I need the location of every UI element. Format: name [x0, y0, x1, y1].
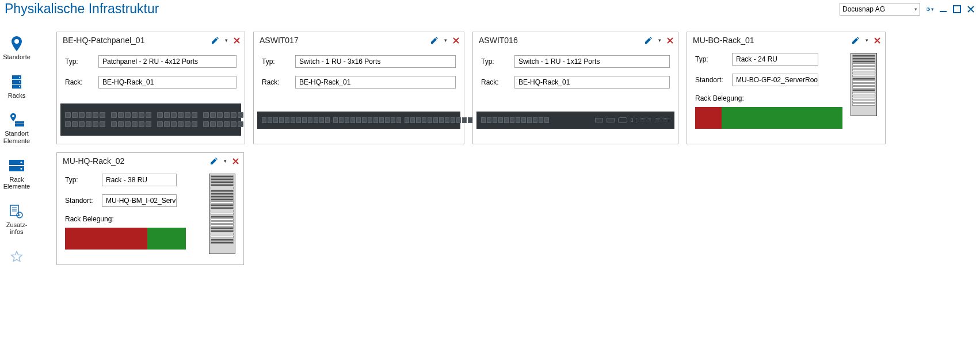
edit-button[interactable]: [210, 157, 218, 165]
device-graphic: [257, 112, 460, 129]
svg-point-14: [20, 168, 22, 170]
rack-input[interactable]: BE-HQ-Rack_01: [514, 76, 670, 89]
menu-button[interactable]: ▾: [224, 158, 227, 164]
menu-button[interactable]: ▾: [444, 37, 447, 43]
svg-point-6: [19, 81, 20, 82]
standort-input[interactable]: MU-HQ-BM_I-02_ServerRo: [102, 194, 177, 207]
typ-label: Typ:: [262, 57, 295, 66]
header-actions: Docusnap AG ▾ ▾: [840, 3, 975, 16]
svg-rect-0: [940, 11, 947, 12]
close-card-button[interactable]: [232, 158, 239, 164]
card-grid: BE-HQ-Patchpanel_01 ▾ Typ:Patchpanel - 2…: [33, 20, 980, 351]
card-muhq-rack: MU-HQ-Rack_02 ▾ Typ:Rack - 38 RU Standor…: [56, 152, 244, 265]
svg-rect-10: [15, 124, 24, 126]
star-icon: [9, 250, 24, 264]
menu-button[interactable]: ▾: [658, 37, 661, 43]
racks-icon: [9, 75, 24, 90]
standort-label: Standort:: [695, 76, 732, 84]
edit-button[interactable]: [852, 36, 860, 44]
svg-point-7: [19, 86, 20, 87]
rack-elements-icon: [9, 159, 24, 174]
sidebar-item-standorte[interactable]: Standorte: [3, 36, 30, 61]
card-title: MU-HQ-Rack_02: [63, 156, 124, 166]
rack-label: Rack:: [262, 78, 295, 86]
svg-point-5: [19, 76, 20, 78]
sidebar-item-label: Rack Elemente: [3, 176, 30, 190]
close-card-button[interactable]: [453, 37, 459, 44]
card-title: BE-HQ-Patchpanel_01: [63, 36, 144, 45]
svg-point-13: [20, 162, 22, 163]
typ-input[interactable]: Rack - 24 RU: [732, 53, 818, 66]
rack-label: Rack:: [481, 78, 514, 86]
rack-thumbnail: [851, 53, 877, 116]
rack-occupancy-bar: [695, 107, 842, 129]
close-card-button[interactable]: [234, 37, 240, 44]
edit-button[interactable]: [645, 36, 653, 44]
typ-label: Typ:: [65, 176, 102, 184]
sidebar-item-standort-elemente[interactable]: Standort Elemente: [3, 113, 30, 144]
rack-label: Rack:: [65, 78, 98, 86]
svg-rect-9: [15, 121, 24, 124]
sidebar-item-label: Standort Elemente: [3, 130, 30, 144]
sidebar-item-label: Standorte: [3, 53, 30, 61]
rack-input[interactable]: BE-HQ-Rack_01: [295, 76, 456, 89]
menu-button[interactable]: ▾: [865, 37, 868, 43]
sidebar-item-label: Zusatz- infos: [6, 221, 28, 236]
edit-button[interactable]: [211, 36, 219, 44]
location-elements-icon: [9, 113, 24, 128]
edit-button[interactable]: [430, 36, 438, 44]
typ-input[interactable]: Switch - 1 RU - 1x12 Ports: [514, 55, 670, 68]
minimize-button[interactable]: [939, 5, 948, 14]
rack-thumbnail: [209, 174, 235, 254]
tenant-combo-value: Docusnap AG: [842, 5, 885, 13]
sidebar-item-zusatzinfos[interactable]: Zusatz- infos: [6, 204, 28, 236]
sidebar-item-favorites[interactable]: [9, 250, 24, 264]
card-mubo-rack: MU-BO-Rack_01 ▾ Typ:Rack - 24 RU Standor…: [687, 32, 886, 144]
gear-icon[interactable]: ▾: [925, 5, 934, 14]
belegung-label: Rack Belegung:: [65, 215, 201, 223]
chevron-down-icon: ▾: [931, 6, 934, 12]
typ-label: Typ:: [695, 55, 732, 63]
typ-input[interactable]: Rack - 38 RU: [102, 174, 177, 186]
card-patchpanel: BE-HQ-Patchpanel_01 ▾ Typ:Patchpanel - 2…: [56, 32, 245, 144]
sidebar-item-rack-elemente[interactable]: Rack Elemente: [3, 159, 30, 190]
header-bar: Physikalische Infrastruktur Docusnap AG …: [0, 0, 980, 20]
sidebar: Standorte Racks Standort Elemente Rack E…: [0, 20, 33, 351]
maximize-button[interactable]: [952, 5, 962, 14]
location-pin-icon: [9, 36, 24, 51]
tenant-combo[interactable]: Docusnap AG ▾: [840, 3, 920, 16]
typ-label: Typ:: [65, 57, 98, 66]
rack-occupancy-bar: [65, 228, 186, 250]
standort-label: Standort:: [65, 197, 102, 205]
chevron-down-icon: ▾: [914, 6, 917, 12]
typ-input[interactable]: Patchpanel - 2 RU - 4x12 Ports: [98, 55, 237, 68]
info-icon: [9, 204, 24, 219]
device-graphic: [476, 112, 674, 129]
close-button[interactable]: [966, 5, 975, 14]
content-area: Standorte Racks Standort Elemente Rack E…: [0, 20, 980, 351]
card-aswit017: ASWIT017 ▾ Typ:Switch - 1 RU - 3x16 Port…: [253, 32, 464, 144]
page-title: Physikalische Infrastruktur: [5, 1, 159, 17]
close-card-button[interactable]: [667, 37, 673, 44]
close-card-button[interactable]: [874, 37, 880, 44]
svg-point-8: [12, 115, 14, 117]
card-title: MU-BO-Rack_01: [693, 36, 754, 45]
typ-input[interactable]: Switch - 1 RU - 3x16 Ports: [295, 55, 456, 68]
device-graphic: [60, 103, 241, 136]
menu-button[interactable]: ▾: [225, 37, 228, 43]
card-title: ASWIT017: [260, 36, 299, 45]
sidebar-item-label: Racks: [8, 92, 26, 99]
svg-rect-1: [954, 6, 960, 13]
belegung-label: Rack Belegung:: [695, 94, 842, 102]
typ-label: Typ:: [481, 57, 514, 66]
standort-input[interactable]: MU-BO-GF-02_ServerRoom: [732, 74, 818, 86]
card-aswit016: ASWIT016 ▾ Typ:Switch - 1 RU - 1x12 Port…: [472, 32, 678, 144]
card-title: ASWIT016: [479, 36, 518, 45]
sidebar-item-racks[interactable]: Racks: [8, 75, 26, 99]
rack-input[interactable]: BE-HQ-Rack_01: [98, 76, 237, 89]
